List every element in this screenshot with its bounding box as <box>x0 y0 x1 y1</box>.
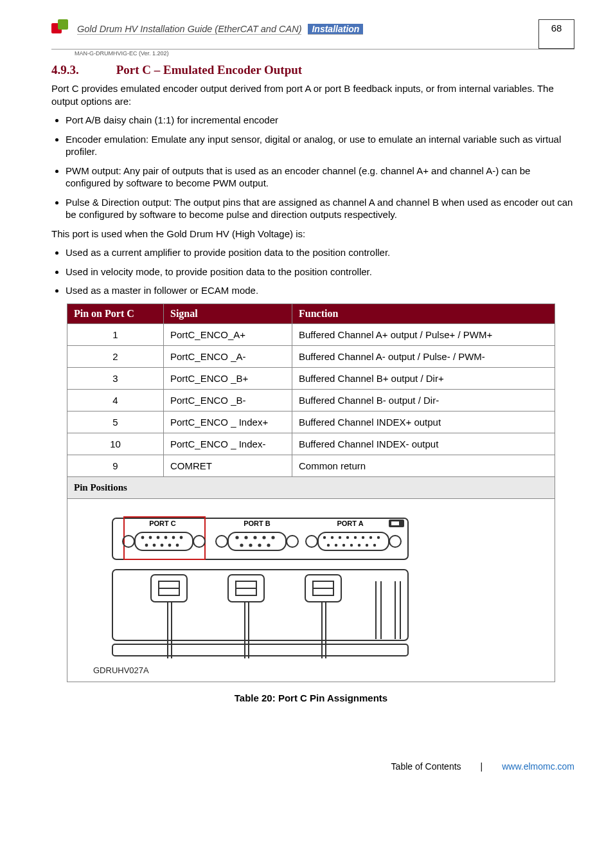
svg-text:PORT C: PORT C <box>149 520 176 527</box>
svg-rect-50 <box>391 521 399 525</box>
svg-point-35 <box>331 536 333 538</box>
svg-point-25 <box>262 536 265 539</box>
connector-diagram: PORT C PORT B PORT A <box>93 511 427 675</box>
svg-rect-21 <box>228 532 286 550</box>
svg-point-45 <box>350 543 353 546</box>
list-item: Pulse & Direction output: The output pin… <box>66 196 574 221</box>
svg-point-14 <box>145 543 148 547</box>
svg-point-9 <box>149 536 152 539</box>
port-diagram-icon: PORT C PORT B PORT A <box>93 511 427 658</box>
svg-point-15 <box>153 543 156 547</box>
svg-point-44 <box>342 543 345 546</box>
svg-point-24 <box>253 536 256 539</box>
svg-point-12 <box>172 536 175 539</box>
svg-rect-71 <box>112 644 408 656</box>
svg-point-19 <box>216 536 227 547</box>
usb-icon <box>389 520 404 527</box>
intro-paragraph: Port C provides emulated encoder output … <box>51 82 574 107</box>
svg-point-32 <box>389 536 401 547</box>
svg-point-29 <box>258 543 261 547</box>
elmo-logo-icon <box>51 19 71 35</box>
pin-assignments-table: Pin on Port C Signal Function 1PortC_ENC… <box>67 303 555 682</box>
list-item: Used as a current amplifier to provide p… <box>66 246 574 259</box>
table-row: 1PortC_ENCO_A+Buffered Channel A+ output… <box>67 323 555 345</box>
svg-point-28 <box>249 543 252 547</box>
svg-point-22 <box>235 536 238 539</box>
svg-point-36 <box>339 536 341 538</box>
svg-point-34 <box>323 536 326 538</box>
svg-point-20 <box>287 536 298 547</box>
svg-point-16 <box>161 543 164 547</box>
diagram-reference: GDRUHV027A <box>93 665 427 675</box>
svg-point-17 <box>168 543 172 547</box>
svg-point-23 <box>244 536 247 539</box>
table-caption: Table 20: Port C Pin Assignments <box>67 692 555 703</box>
page-header: Gold Drum HV Installation Guide (EtherCA… <box>51 19 574 50</box>
svg-text:PORT A: PORT A <box>337 520 363 527</box>
list-item: Used as a master in follower or ECAM mod… <box>66 284 574 297</box>
usage-list: Used as a current amplifier to provide p… <box>66 246 574 297</box>
svg-point-42 <box>327 543 330 546</box>
manual-id: MAN-G-DRUMHVIG-EC (Ver. 1.202) <box>75 50 574 57</box>
col-pin: Pin on Port C <box>67 303 164 323</box>
page-number: 68 <box>551 23 562 33</box>
svg-point-38 <box>354 536 357 538</box>
section-badge: Installation <box>308 24 363 35</box>
col-signal: Signal <box>164 303 292 323</box>
svg-point-37 <box>346 536 349 538</box>
svg-point-8 <box>141 536 145 539</box>
pin-positions-header-row: Pin Positions <box>67 476 555 498</box>
svg-point-11 <box>164 536 168 539</box>
table-row: 10PortC_ENCO _ Index-Buffered Channel IN… <box>67 433 555 455</box>
used-when-paragraph: This port is used when the Gold Drum HV … <box>51 228 574 240</box>
section-number: 4.9.3. <box>51 63 113 77</box>
page-number-box: 68 <box>538 19 574 49</box>
svg-point-18 <box>176 543 179 547</box>
list-item: Used in velocity mode, to provide positi… <box>66 266 574 278</box>
pin-positions-label: Pin Positions <box>67 476 555 498</box>
website-link[interactable]: www.elmomc.com <box>502 761 574 772</box>
section-title: Port C – Emulated Encoder Output <box>116 63 302 77</box>
table-row: 4PortC_ENCO _B-Buffered Channel B- outpu… <box>67 389 555 411</box>
list-item: PWM output: Any pair of outputs that is … <box>66 165 574 190</box>
output-options-list: Port A/B daisy chain (1:1) for increment… <box>66 114 574 221</box>
svg-point-13 <box>180 536 183 539</box>
guide-title: Gold Drum HV Installation Guide (EtherCA… <box>77 24 301 35</box>
diagram-cell: PORT C PORT B PORT A <box>67 498 555 682</box>
svg-point-39 <box>362 536 364 538</box>
svg-point-43 <box>335 543 337 546</box>
svg-point-26 <box>271 536 274 539</box>
table-row: 3PortC_ENCO _B+Buffered Channel B+ outpu… <box>67 367 555 389</box>
svg-rect-51 <box>112 570 408 640</box>
svg-point-31 <box>306 536 317 547</box>
toc-link[interactable]: Table of Contents <box>391 761 461 772</box>
list-item: Port A/B daisy chain (1:1) for increment… <box>66 114 574 127</box>
list-item: Encoder emulation: Emulate any input sen… <box>66 133 574 158</box>
table-header-row: Pin on Port C Signal Function <box>67 303 555 323</box>
svg-point-48 <box>373 543 376 546</box>
table-row: 2PortC_ENCO _A-Buffered Channel A- outpu… <box>67 345 555 367</box>
table-row: 5PortC_ENCO _ Index+Buffered Channel IND… <box>67 411 555 433</box>
svg-text:PORT B: PORT B <box>244 520 271 527</box>
svg-point-10 <box>157 536 160 539</box>
diagram-row: PORT C PORT B PORT A <box>67 498 555 682</box>
svg-rect-7 <box>135 532 193 550</box>
table-row: 9COMRETCommon return <box>67 455 555 476</box>
svg-point-47 <box>366 543 368 546</box>
page-footer: Table of Contents | www.elmomc.com <box>51 761 574 772</box>
svg-point-30 <box>267 543 270 547</box>
section-heading: 4.9.3. Port C – Emulated Encoder Output <box>51 63 574 77</box>
col-function: Function <box>292 303 555 323</box>
svg-point-6 <box>193 536 205 547</box>
svg-point-46 <box>358 543 360 546</box>
svg-point-40 <box>369 536 372 538</box>
header-left: Gold Drum HV Installation Guide (EtherCA… <box>51 19 519 35</box>
svg-rect-33 <box>318 532 389 550</box>
svg-point-41 <box>377 536 380 538</box>
footer-separator: | <box>481 761 483 772</box>
svg-point-27 <box>240 543 243 547</box>
